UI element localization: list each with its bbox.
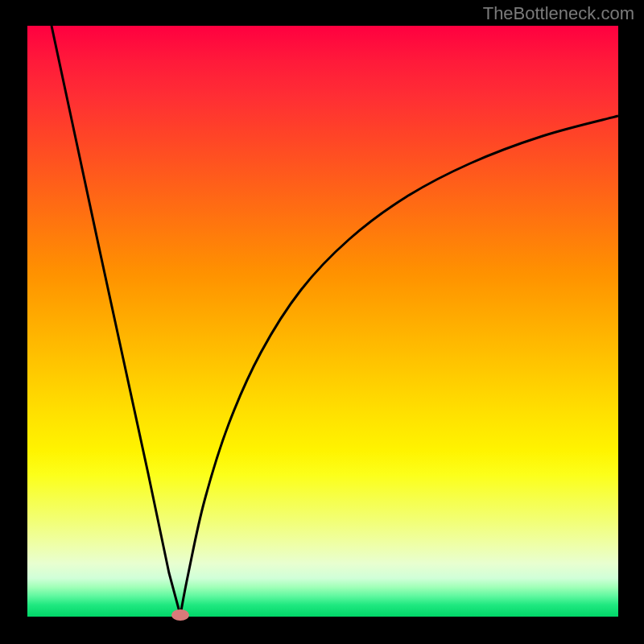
watermark-text: TheBottleneck.com: [483, 3, 634, 24]
plot-gradient-area: [27, 26, 618, 617]
minimum-marker: [171, 609, 189, 621]
bottleneck-curve: [52, 26, 618, 615]
curve-svg: [27, 26, 618, 617]
